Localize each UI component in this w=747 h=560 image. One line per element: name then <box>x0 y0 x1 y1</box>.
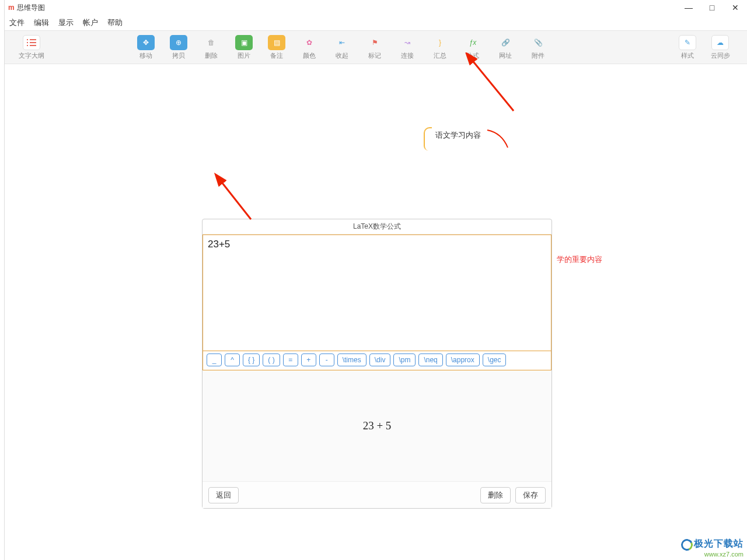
node-important-desc: 学的重要内容 <box>557 254 602 265</box>
collapse-button[interactable]: ⇤收起 <box>326 33 358 62</box>
dialog-footer: 返回 删除 保存 <box>203 481 551 508</box>
latex-preview: 23 + 5 <box>203 370 551 481</box>
summary-button[interactable]: }汇总 <box>424 33 456 62</box>
save-button[interactable]: 保存 <box>515 487 546 503</box>
attachment-button[interactable]: 📎附件 <box>522 33 554 62</box>
image-icon: ▣ <box>235 35 253 50</box>
menu-file[interactable]: 文件 <box>5 18 29 28</box>
latex-input-value: 23+5 <box>208 239 230 250</box>
dialog-title: LaTeX数学公式 <box>203 219 551 235</box>
app-logo: m <box>8 4 15 12</box>
brush-icon: ✎ <box>679 35 696 50</box>
watermark: 极光下载站 www.xz7.com <box>681 538 743 558</box>
trash-icon: 🗑 <box>203 35 220 50</box>
titlebar: m 思维导图 — □ ✕ <box>5 0 747 15</box>
back-button[interactable]: 返回 <box>208 487 239 503</box>
style-button[interactable]: ✎样式 <box>671 33 704 62</box>
latex-btn-times[interactable]: \times <box>337 354 366 366</box>
latex-btn-superscript[interactable]: ^ <box>225 354 240 366</box>
note-icon: ▤ <box>268 35 285 50</box>
latex-btn-equals[interactable]: = <box>283 354 298 366</box>
latex-input[interactable]: 23+5 <box>203 235 551 351</box>
copy-icon: ⊕ <box>170 35 187 50</box>
watermark-title: 极光下载站 <box>694 538 743 548</box>
connector-line <box>424 127 432 150</box>
clip-icon: 📎 <box>529 35 547 50</box>
move-icon: ✥ <box>137 35 155 50</box>
connect-icon: ↝ <box>399 35 416 50</box>
connect-button[interactable]: ↝连接 <box>391 33 424 62</box>
copy-button[interactable]: ⊕拷贝 <box>162 33 195 62</box>
latex-btn-approx[interactable]: \approx <box>446 354 480 366</box>
latex-formula-dialog: LaTeX数学公式 23+5 _ ^ { } ( ) = + - \times … <box>202 219 552 509</box>
mindmap-canvas[interactable]: 语文学习内容 学的重要内容 😑 政治 政治学习内容 🐶 历史 历史学习内容 La… <box>5 64 747 560</box>
latex-symbol-row: _ ^ { } ( ) = + - \times \div \pm \neq \… <box>203 351 551 370</box>
dialog-delete-button[interactable]: 删除 <box>480 487 511 503</box>
menu-account[interactable]: 帐户 <box>78 18 103 28</box>
brace-icon: } <box>431 35 449 50</box>
menubar: 文件 编辑 显示 帐户 帮助 <box>5 15 747 30</box>
flag-button[interactable]: ⚑标记 <box>358 33 391 62</box>
delete-button[interactable]: 🗑删除 <box>195 33 228 62</box>
list-icon <box>23 35 40 50</box>
outline-button[interactable]: 文字大纲 <box>15 33 48 62</box>
latex-btn-minus[interactable]: - <box>319 354 334 366</box>
latex-btn-neq[interactable]: \neq <box>418 354 442 366</box>
window-title: 思维导图 <box>17 3 45 13</box>
watermark-logo-icon <box>679 537 694 552</box>
node-chinese-desc: 语文学习内容 <box>435 130 481 141</box>
image-button[interactable]: ▣图片 <box>228 33 260 62</box>
palette-icon: ✿ <box>301 35 318 50</box>
latex-btn-pm[interactable]: \pm <box>393 354 416 366</box>
color-button[interactable]: ✿颜色 <box>293 33 326 62</box>
maximize-button[interactable]: □ <box>700 0 724 15</box>
cloud-icon: ☁ <box>711 35 729 50</box>
fx-icon: ƒx <box>464 35 481 50</box>
latex-btn-braces[interactable]: { } <box>243 354 260 366</box>
close-button[interactable]: ✕ <box>724 0 747 15</box>
move-button[interactable]: ✥移动 <box>130 33 162 62</box>
flag-icon: ⚑ <box>366 35 383 50</box>
latex-btn-div[interactable]: \div <box>369 354 391 366</box>
menu-display[interactable]: 显示 <box>54 18 78 28</box>
latex-btn-gec[interactable]: \gec <box>483 354 507 366</box>
latex-btn-parens[interactable]: ( ) <box>263 354 280 366</box>
note-button[interactable]: ▤备注 <box>260 33 293 62</box>
collapse-icon: ⇤ <box>333 35 351 50</box>
formula-button[interactable]: ƒx公式 <box>456 33 489 62</box>
menu-help[interactable]: 帮助 <box>103 18 127 28</box>
latex-btn-subscript[interactable]: _ <box>207 354 222 366</box>
latex-btn-plus[interactable]: + <box>301 354 316 366</box>
cloud-sync-button[interactable]: ☁云同步 <box>704 33 736 62</box>
left-sidebar-strip <box>0 0 5 560</box>
menu-edit[interactable]: 编辑 <box>29 18 54 28</box>
watermark-url: www.xz7.com <box>681 551 743 558</box>
toolbar: 文字大纲 ✥移动 ⊕拷贝 🗑删除 ▣图片 ▤备注 ✿颜色 ⇤收起 ⚑标记 ↝连接… <box>5 30 747 64</box>
link-icon: 🔗 <box>497 35 514 50</box>
minimize-button[interactable]: — <box>677 0 700 15</box>
url-button[interactable]: 🔗网址 <box>489 33 522 62</box>
